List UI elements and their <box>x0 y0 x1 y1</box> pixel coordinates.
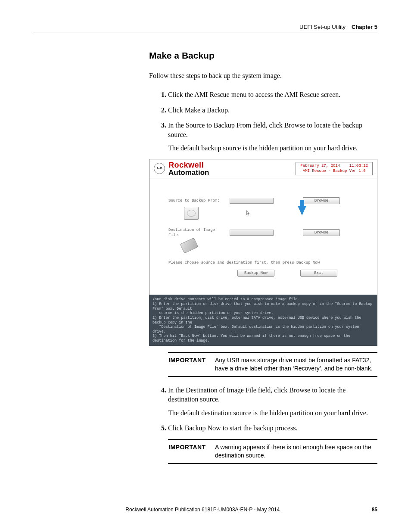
important-box-2: IMPORTANT A warning appears if there is … <box>168 439 377 464</box>
step-4: In the Destination of Image File field, … <box>168 386 377 418</box>
dest-label: Destination of Image File: <box>168 227 224 238</box>
footer-page-number: 85 <box>372 507 377 513</box>
page: UEFI Set-up Utility Chapter 5 Make a Bac… <box>0 0 411 532</box>
steps-list-cont: In the Destination of Image File field, … <box>149 386 377 433</box>
page-footer: Rockwell Automation Publication 6181P-UM… <box>34 507 377 513</box>
step-3: In the Source to Backup From field, clic… <box>168 121 377 153</box>
dest-row: Destination of Image File: Browse <box>168 227 363 238</box>
ab-logo-icon: A·B <box>154 163 165 174</box>
header-date: February 27, 2014 <box>300 164 340 168</box>
exit-button[interactable]: Exit <box>300 270 337 277</box>
cursor-icon <box>246 210 250 216</box>
content-area: Make a Backup Follow these steps to back… <box>149 50 377 464</box>
arrow-down-icon <box>298 206 306 220</box>
logo-area: A·B Rockwell Automation <box>154 161 209 176</box>
important-label: IMPORTANT <box>168 356 206 373</box>
step-3-sub: The default backup source is the hidden … <box>168 143 377 153</box>
usb-drive-icon <box>180 238 199 254</box>
intro-text: Follow these steps to back up the system… <box>149 71 377 81</box>
brand-bottom: Automation <box>168 169 209 176</box>
important-box-1: IMPORTANT Any USB mass storage drive mus… <box>168 352 377 377</box>
page-header: UEFI Set-up Utility Chapter 5 <box>34 24 377 32</box>
header-version: AMI Rescue - Backup Ver 1.0 <box>300 168 368 174</box>
step-text: Click the AMI Rescue menu to access the … <box>168 91 340 98</box>
header-time: 11:03:12 <box>349 164 368 168</box>
source-input[interactable] <box>230 198 274 204</box>
screenshot-body: Source to Backup From: Browse Destinatio… <box>149 178 377 295</box>
header-chapter: Chapter 5 <box>352 24 377 30</box>
important-label: IMPORTANT <box>168 443 206 460</box>
step-text: Click Backup Now to start the backup pro… <box>168 424 297 432</box>
step-1: Click the AMI Rescue menu to access the … <box>168 90 377 100</box>
step-text: In the Destination of Image File field, … <box>168 386 346 403</box>
action-buttons-row: Backup Now Exit <box>212 270 363 277</box>
step-text: Click Make a Backup. <box>168 106 230 114</box>
dest-icon-row <box>181 240 363 252</box>
source-icon-row <box>184 207 363 220</box>
section-title: Make a Backup <box>149 50 377 62</box>
source-row: Source to Backup From: Browse <box>168 197 363 204</box>
source-label: Source to Backup From: <box>168 198 224 203</box>
hard-drive-icon <box>184 207 199 220</box>
dest-browse-button[interactable]: Browse <box>303 229 340 236</box>
footer-publication: Rockwell Automation Publication 6181P-UM… <box>34 507 372 513</box>
help-panel: Your disk drive contents will be copied … <box>149 295 377 345</box>
screenshot-header: A·B Rockwell Automation February 27, 201… <box>149 159 377 178</box>
steps-list: Click the AMI Rescue menu to access the … <box>149 90 377 153</box>
step-4-sub: The default destination source is the hi… <box>168 408 377 418</box>
dest-input[interactable] <box>230 230 274 236</box>
header-info-box: February 27, 2014 11:03:12 AMI Rescue - … <box>296 162 373 175</box>
header-datetime: February 27, 2014 11:03:12 <box>300 163 368 169</box>
brand-text: Rockwell Automation <box>168 161 209 176</box>
important-text: Any USB mass storage drive must be forma… <box>215 356 377 373</box>
step-5: Click Backup Now to start the backup pro… <box>168 423 377 433</box>
step-2: Click Make a Backup. <box>168 106 377 115</box>
step-text: In the Source to Backup From field, clic… <box>168 121 362 138</box>
backup-now-button[interactable]: Backup Now <box>237 270 274 277</box>
important-text: A warning appears if there is not enough… <box>215 443 377 460</box>
header-section: UEFI Set-up Utility <box>299 24 346 30</box>
source-browse-button[interactable]: Browse <box>303 197 340 204</box>
ami-rescue-screenshot: A·B Rockwell Automation February 27, 201… <box>149 159 377 346</box>
brand-top: Rockwell <box>168 161 209 169</box>
instruction-note: Please choose source and destination fir… <box>168 260 363 265</box>
